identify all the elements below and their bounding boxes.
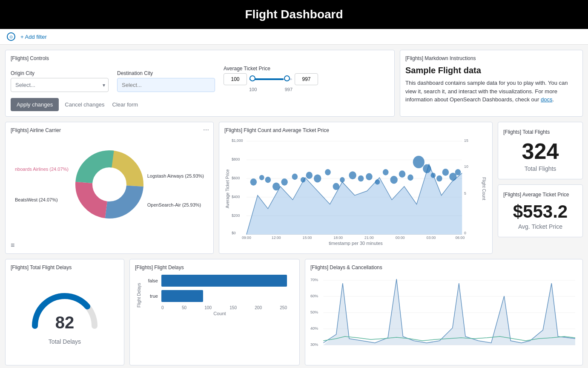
add-filter-button[interactable]: + Add filter [20, 34, 47, 40]
svg-point-42 [423, 164, 431, 173]
range-max-label: 997 [285, 87, 293, 92]
svg-text:09:00: 09:00 [242, 236, 251, 240]
svg-point-40 [407, 175, 413, 181]
x-tick-250: 250 [280, 305, 287, 310]
origin-city-group: Origin City Select... ▾ [11, 70, 109, 92]
svg-point-38 [390, 176, 397, 184]
bar-label-true: true [145, 293, 158, 299]
svg-text:00:00: 00:00 [396, 236, 405, 240]
range-min-label: 100 [249, 87, 257, 92]
total-flights-label: Total Flights [525, 165, 556, 172]
range-max-input[interactable] [295, 73, 318, 85]
chart-inner: $1,000 $800 $600 $400 $200 $0 15 10 5 0 [231, 138, 479, 240]
markdown-panel: [Flights] Markdown Instructions Sample F… [400, 50, 583, 117]
svg-point-22 [259, 175, 264, 181]
total-delays-label: Total Delays [49, 338, 81, 345]
avg-ticket-price-panel: [Flights] Average Ticket Price $553.2 Av… [498, 184, 583, 237]
svg-text:70%: 70% [310, 278, 318, 282]
top-row: [Flights] Controls Origin City Select...… [5, 50, 583, 117]
avg-ticket-price-value: $553.2 [513, 202, 568, 221]
range-inputs [224, 73, 318, 85]
destination-city-input[interactable] [117, 78, 215, 92]
svg-text:18:00: 18:00 [333, 236, 343, 240]
svg-text:5: 5 [464, 191, 466, 195]
donut-label-logstash: Logstash Airways (25.93%) [147, 170, 204, 182]
x-tick-50: 50 [182, 305, 186, 310]
markdown-body: This dashboard contains sample data for … [405, 79, 577, 104]
svg-marker-66 [323, 279, 575, 345]
delays-cancellations-chart: 70% 60% 50% 40% 30% [310, 275, 577, 360]
apply-changes-button[interactable]: Apply changes [11, 98, 59, 111]
markdown-panel-title: [Flights] Markdown Instructions [405, 55, 577, 61]
avg-ticket-price-group: Average Ticket Price [224, 66, 318, 92]
svg-point-39 [399, 170, 406, 178]
donut-labels-left: nboards Airlines (24.07%) BeatsWest (24.… [15, 164, 69, 204]
svg-point-43 [430, 172, 436, 178]
markdown-body-end: . [552, 96, 554, 103]
donut-label-opensearch: OpenSearch-Air (25.93%) [147, 199, 204, 211]
donut-label-nboards: nboards Airlines (24.07%) [15, 164, 69, 174]
svg-point-33 [349, 171, 356, 179]
svg-text:30%: 30% [310, 342, 318, 347]
page-title: Flight Dashboard [245, 8, 343, 21]
flight-count-panel: [Flights] Flight Count and Average Ticke… [219, 122, 493, 254]
svg-text:06:00: 06:00 [455, 236, 465, 240]
delays-cancellations-title: [Flights] Delays & Cancellations [310, 264, 577, 270]
svg-point-29 [314, 175, 321, 183]
markdown-docs-link[interactable]: docs [541, 96, 552, 103]
flight-count-svg: $1,000 $800 $600 $400 $200 $0 15 10 5 0 [231, 138, 479, 240]
svg-text:15:00: 15:00 [303, 236, 312, 240]
svg-text:$600: $600 [232, 176, 240, 180]
total-flights-value: 324 [522, 139, 559, 164]
bottom-row: [Flights] Total Flight Delays 82 Total D… [5, 259, 583, 365]
range-thumb-left[interactable] [250, 75, 255, 83]
flight-delays-title: [Flights] Flight Delays [135, 264, 294, 270]
svg-point-24 [272, 182, 280, 190]
x-tick-150: 150 [229, 305, 237, 310]
page-header: Flight Dashboard [0, 0, 588, 29]
origin-city-select[interactable]: Select... [11, 78, 109, 92]
range-slider[interactable] [250, 78, 292, 80]
svg-point-44 [436, 175, 442, 182]
cancel-changes-button[interactable]: Cancel changes [63, 98, 106, 111]
svg-point-28 [306, 172, 313, 179]
x-tick-200: 200 [255, 305, 262, 310]
range-min-input[interactable] [224, 73, 247, 85]
svg-point-47 [455, 169, 461, 175]
airline-carrier-title: [Flights] Airline Carrier [11, 127, 208, 133]
airline-carrier-panel: [Flights] Airline Carrier ⋯ nboards Airl… [5, 122, 214, 254]
donut-legend-icon: ≡ [11, 242, 14, 249]
y-right-label: Flight Count [479, 138, 487, 240]
right-metrics: [Flights] Total Flights 324 Total Flight… [498, 122, 583, 254]
svg-text:0: 0 [464, 231, 466, 235]
x-ticks: 0 50 100 150 200 250 [161, 305, 287, 310]
delays-cancellations-panel: [Flights] Delays & Cancellations 70% 60%… [305, 259, 583, 365]
svg-point-25 [281, 178, 288, 186]
svg-text:03:00: 03:00 [427, 236, 436, 240]
range-thumb-right[interactable] [284, 75, 290, 83]
airline-carrier-menu-icon[interactable]: ⋯ [203, 126, 209, 133]
main-content: [Flights] Controls Origin City Select...… [0, 45, 588, 368]
svg-point-45 [442, 169, 449, 176]
svg-point-36 [375, 179, 380, 185]
flight-count-chart: Average Ticket Price $1,000 $800 $600 $4… [224, 138, 487, 240]
filter-icon: ⊙ [7, 32, 15, 41]
svg-text:50%: 50% [310, 310, 318, 314]
svg-point-34 [358, 175, 364, 182]
markdown-heading: Sample Flight data [405, 66, 577, 75]
delays-cancellations-svg: 70% 60% 50% 40% 30% [310, 275, 577, 356]
bar-label-false: false [145, 278, 158, 283]
total-flights-panel: [Flights] Total Flights 324 Total Flight… [498, 122, 583, 179]
destination-city-select-wrapper [117, 78, 215, 92]
total-delays-panel: [Flights] Total Flight Delays 82 Total D… [5, 259, 124, 365]
svg-text:$200: $200 [232, 213, 240, 217]
x-tick-0: 0 [161, 305, 164, 310]
svg-text:40%: 40% [310, 326, 318, 331]
middle-row: [Flights] Airline Carrier ⋯ nboards Airl… [5, 122, 583, 254]
donut-chart: nboards Airlines (24.07%) BeatsWest (24.… [11, 138, 208, 231]
controls-row: Origin City Select... ▾ Destination City [11, 66, 389, 92]
clear-form-button[interactable]: Clear form [111, 98, 140, 111]
svg-point-35 [366, 173, 373, 180]
svg-point-32 [340, 177, 345, 183]
controls-panel-title: [Flights] Controls [11, 55, 389, 61]
